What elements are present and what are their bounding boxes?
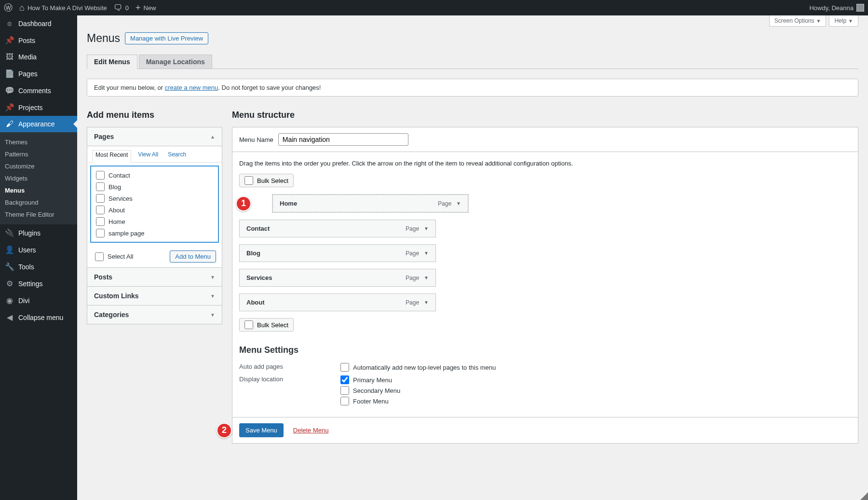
- sidebar-item-comments[interactable]: 💬Comments: [0, 82, 77, 99]
- location-checkbox[interactable]: [340, 375, 349, 384]
- chevron-down-icon[interactable]: ▼: [424, 300, 429, 305]
- new-content-link[interactable]: +New: [136, 3, 156, 12]
- nav-tabs: Edit MenusManage Locations: [87, 55, 858, 69]
- auto-add-label: Auto add pages: [239, 363, 326, 370]
- info-notice: Edit your menu below, or create a new me…: [87, 79, 858, 97]
- sidebar-item-plugins[interactable]: 🔌Plugins: [0, 224, 77, 241]
- page-checkbox[interactable]: [96, 206, 105, 214]
- avatar: [856, 4, 864, 12]
- menu-icon: ◀: [5, 313, 14, 322]
- bulk-select-bottom-button[interactable]: Bulk Select: [239, 318, 294, 332]
- sidebar-sub-theme-file-editor[interactable]: Theme File Editor: [0, 208, 77, 221]
- accordion-posts[interactable]: Posts ▼: [87, 267, 222, 286]
- sidebar-sub-widgets[interactable]: Widgets: [0, 172, 77, 184]
- select-all-checkbox[interactable]: [95, 252, 104, 261]
- sidebar-item-dashboard[interactable]: ⌾Dashboard: [0, 15, 77, 32]
- chevron-down-icon[interactable]: ▼: [424, 250, 429, 256]
- page-option[interactable]: sample page: [94, 227, 215, 239]
- add-to-menu-button[interactable]: Add to Menu: [170, 250, 216, 263]
- accordion-custom-links[interactable]: Custom Links ▼: [87, 286, 222, 305]
- menu-name-input[interactable]: [278, 133, 408, 146]
- menu-icon: 🖼: [5, 53, 14, 61]
- chevron-down-icon: ▼: [848, 18, 853, 24]
- location-option[interactable]: Footer Menu: [340, 397, 400, 405]
- sidebar-sub-menus[interactable]: Menus: [0, 184, 77, 196]
- sidebar-item-collapse-menu[interactable]: ◀Collapse menu: [0, 309, 77, 326]
- sidebar-item-divi[interactable]: ◉Divi: [0, 292, 77, 309]
- menu-item[interactable]: BlogPage ▼: [239, 244, 436, 262]
- menu-icon: 🔌: [5, 228, 14, 237]
- live-preview-button[interactable]: Manage with Live Preview: [125, 32, 208, 44]
- sidebar-item-media[interactable]: 🖼Media: [0, 49, 77, 65]
- sidebar-sub-customize[interactable]: Customize: [0, 160, 77, 172]
- site-link[interactable]: ⌂How To Make A Divi Website: [19, 3, 107, 12]
- accordion-categories[interactable]: Categories ▼: [87, 305, 222, 324]
- wordpress-icon: ⓦ: [4, 3, 13, 12]
- sidebar-sub-themes[interactable]: Themes: [0, 136, 77, 148]
- bulk-select-checkbox[interactable]: [244, 320, 253, 329]
- delete-menu-link[interactable]: Delete Menu: [293, 427, 329, 434]
- comments-link[interactable]: 🗨0: [114, 3, 129, 12]
- auto-add-option[interactable]: Automatically add new top-level pages to…: [340, 363, 496, 372]
- select-all[interactable]: Select All: [93, 251, 135, 263]
- sidebar-sub-patterns[interactable]: Patterns: [0, 148, 77, 160]
- mini-tab-search[interactable]: Search: [165, 150, 189, 162]
- chevron-down-icon[interactable]: ▼: [424, 226, 429, 231]
- sidebar-sub-background[interactable]: Background: [0, 196, 77, 208]
- tab-edit-menus[interactable]: Edit Menus: [87, 55, 137, 69]
- sidebar-item-users[interactable]: 👤Users: [0, 241, 77, 258]
- home-icon: ⌂: [19, 3, 25, 12]
- location-checkbox[interactable]: [340, 397, 349, 405]
- location-option[interactable]: Secondary Menu: [340, 386, 400, 395]
- plus-icon: +: [136, 3, 141, 12]
- menu-item[interactable]: 1 Home Page ▼: [272, 194, 468, 212]
- page-checkbox[interactable]: [96, 182, 105, 191]
- chevron-down-icon: ▼: [816, 18, 821, 24]
- sidebar-item-settings[interactable]: ⚙Settings: [0, 275, 77, 292]
- menu-icon: ◉: [5, 296, 14, 305]
- menu-item[interactable]: ContactPage ▼: [239, 220, 436, 237]
- sidebar-item-pages[interactable]: 📄Pages: [0, 65, 77, 82]
- menu-icon: 💬: [5, 86, 14, 95]
- menu-item[interactable]: AboutPage ▼: [239, 293, 436, 311]
- menu-settings-heading: Menu Settings: [239, 345, 851, 355]
- save-menu-button[interactable]: Save Menu: [239, 423, 284, 437]
- page-checkbox[interactable]: [96, 217, 105, 226]
- location-option[interactable]: Primary Menu: [340, 375, 400, 384]
- menu-item[interactable]: ServicesPage ▼: [239, 269, 436, 287]
- page-checkbox[interactable]: [96, 194, 105, 203]
- page-checkbox[interactable]: [96, 171, 105, 180]
- accordion-pages[interactable]: Pages ▲: [87, 127, 222, 146]
- auto-add-checkbox[interactable]: [340, 363, 349, 372]
- admin-sidebar: ⌾Dashboard📌Posts🖼Media📄Pages💬Comments📌Pr…: [0, 15, 77, 500]
- drag-hint: Drag the items into the order you prefer…: [239, 160, 851, 167]
- bulk-select-top-button[interactable]: Bulk Select: [239, 174, 294, 187]
- create-menu-link[interactable]: create a new menu: [165, 84, 218, 91]
- sidebar-item-tools[interactable]: 🔧Tools: [0, 258, 77, 275]
- mini-tab-view-all[interactable]: View All: [135, 150, 161, 162]
- account-link[interactable]: Howdy, Deanna: [809, 4, 864, 12]
- sidebar-item-posts[interactable]: 📌Posts: [0, 32, 77, 49]
- location-checkbox[interactable]: [340, 386, 349, 395]
- sidebar-item-appearance[interactable]: 🖌Appearance: [0, 116, 77, 132]
- sidebar-item-projects[interactable]: 📌Projects: [0, 99, 77, 116]
- mini-tab-most-recent[interactable]: Most Recent: [92, 150, 131, 163]
- screen-options-button[interactable]: Screen Options▼: [769, 15, 827, 27]
- page-option[interactable]: Contact: [94, 169, 215, 181]
- tab-manage-locations[interactable]: Manage Locations: [139, 55, 212, 69]
- chevron-down-icon[interactable]: ▼: [456, 201, 461, 206]
- page-option[interactable]: Services: [94, 193, 215, 204]
- menu-structure-heading: Menu structure: [232, 110, 858, 120]
- chevron-down-icon[interactable]: ▼: [424, 275, 429, 280]
- page-checkbox[interactable]: [96, 229, 105, 237]
- wp-logo[interactable]: ⓦ: [4, 3, 13, 12]
- comment-icon: 🗨: [114, 3, 122, 12]
- greeting: Howdy, Deanna: [809, 4, 854, 12]
- site-name: How To Make A Divi Website: [27, 4, 107, 12]
- page-option[interactable]: Home: [94, 216, 215, 227]
- page-option[interactable]: Blog: [94, 181, 215, 193]
- help-button[interactable]: Help▼: [829, 15, 858, 27]
- bulk-select-checkbox[interactable]: [244, 176, 253, 185]
- page-option[interactable]: About: [94, 204, 215, 216]
- menu-structure-box: Menu Name Drag the items into the order …: [232, 127, 858, 444]
